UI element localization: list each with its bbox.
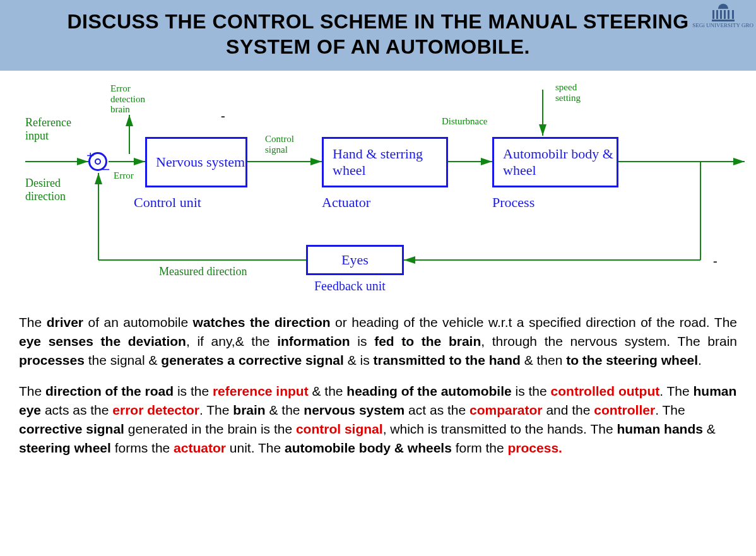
dash-mark-1: - — [221, 109, 225, 123]
slide-header: DISCUSS THE CONTROL SCHEME IN THE MANUAL… — [0, 0, 756, 71]
speed-setting-label: speed setting — [555, 82, 593, 103]
process-text: Automobilr body & wheel — [503, 146, 617, 179]
process-box: Automobilr body & wheel — [492, 137, 618, 187]
control-unit-box: Nervous system — [145, 137, 247, 187]
dash-mark-2: - — [713, 254, 718, 268]
paragraph-1: The driver of an automobile watches the … — [19, 313, 737, 369]
actuator-label: Actuator — [322, 194, 370, 211]
feedback-text: Eyes — [341, 252, 369, 268]
logo-text: SEGi UNIVERSITY GRO — [692, 22, 753, 28]
reference-input-label: Reference input — [25, 116, 82, 143]
explanation-text: The driver of an automobile watches the … — [0, 304, 756, 458]
feedback-box: Eyes — [306, 245, 404, 275]
plus-sign: + — [86, 148, 95, 164]
error-label: Error — [114, 170, 134, 181]
control-unit-label: Control unit — [134, 194, 201, 211]
measured-direction-label: Measured direction — [159, 265, 247, 278]
desired-direction-label: Desired direction — [25, 177, 82, 203]
building-icon — [712, 4, 735, 21]
paragraph-2: The direction of the road is the referen… — [19, 382, 737, 457]
minus-sign: _ — [102, 155, 109, 172]
block-diagram: + _ Nervous system Control unit Hand & s… — [0, 71, 756, 304]
process-label: Process — [492, 194, 535, 211]
summing-junction-inner — [95, 158, 101, 165]
error-detection-label: Error detection brain — [110, 83, 155, 115]
feedback-label: Feedback unit — [314, 279, 386, 293]
actuator-box: Hand & sterring wheel — [322, 137, 448, 187]
university-logo: SEGi UNIVERSITY GRO — [692, 4, 753, 28]
control-signal-label: Control signal — [265, 134, 303, 155]
control-unit-text: Nervous system — [156, 154, 245, 170]
actuator-text: Hand & sterring wheel — [333, 146, 446, 179]
slide-title: DISCUSS THE CONTROL SCHEME IN THE MANUAL… — [25, 9, 731, 59]
disturbance-label: Disturbnace — [442, 116, 487, 127]
